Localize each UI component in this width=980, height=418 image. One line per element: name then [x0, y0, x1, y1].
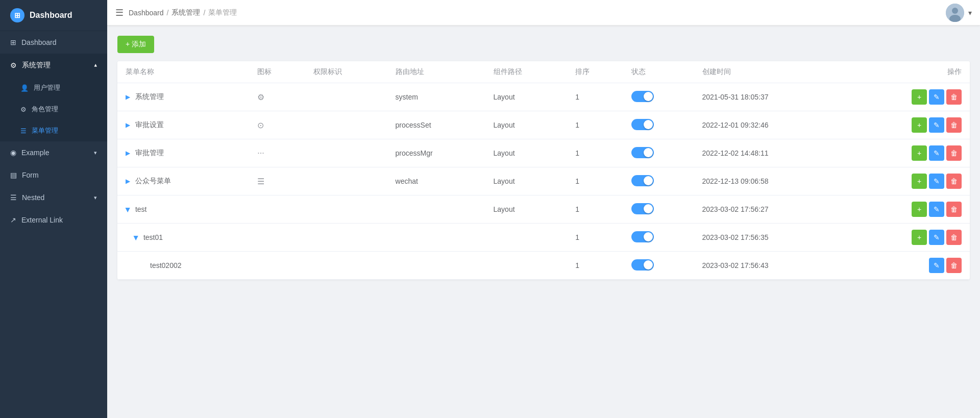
status-toggle[interactable]: [631, 175, 654, 186]
row-name: 审批设置: [135, 120, 164, 129]
breadcrumb-dashboard[interactable]: Dashboard: [129, 9, 164, 17]
edit-button[interactable]: ✎: [929, 145, 944, 161]
row-name-cell: ▶ 审批管理: [117, 139, 249, 167]
row-icon-cell: [249, 252, 305, 280]
sidebar-item-form[interactable]: ▤ Form: [0, 164, 107, 186]
row-name: 系统管理: [135, 92, 164, 101]
sidebar-item-external-link[interactable]: ↗ External Link: [0, 209, 107, 231]
row-icon: ···: [257, 149, 264, 157]
status-toggle[interactable]: [631, 259, 654, 271]
delete-button[interactable]: 🗑: [946, 258, 962, 273]
row-icon-cell: [249, 195, 305, 224]
row-sort-cell: 1: [567, 83, 623, 111]
sidebar-item-label: Example: [21, 149, 49, 157]
row-icon-cell: ☰: [249, 167, 305, 195]
row-status-cell: [623, 83, 694, 111]
breadcrumb-sep-2: /: [203, 9, 205, 17]
sidebar-item-nested[interactable]: ☰ Nested ▾: [0, 186, 107, 209]
delete-button[interactable]: 🗑: [946, 174, 962, 189]
dashboard-icon: ⊞: [10, 38, 16, 46]
edit-button[interactable]: ✎: [929, 230, 944, 245]
sidebar-item-role-mgmt[interactable]: ⚙ 角色管理: [0, 99, 107, 120]
edit-button[interactable]: ✎: [929, 202, 944, 217]
delete-button[interactable]: 🗑: [946, 230, 962, 245]
table-container: 菜单名称 图标 权限标识 路由地址 组件路径 排序 状态 创建时间 操作: [117, 61, 970, 280]
sidebar-logo[interactable]: ⊞ Dashboard: [0, 0, 107, 31]
expand-button[interactable]: ▶: [125, 208, 132, 212]
expand-button[interactable]: ▶: [133, 236, 140, 240]
menu-icon: ☰: [20, 127, 27, 135]
table-row: ▶ 公众号菜单 ☰ wechat Layout 1 2022: [117, 167, 970, 195]
row-actions-cell: + ✎ 🗑: [845, 224, 970, 252]
chevron-up-icon: ▾: [94, 62, 97, 69]
row-actions-cell: + ✎ 🗑: [845, 139, 970, 167]
form-icon: ▤: [10, 171, 17, 179]
row-icon-cell: ⚙: [249, 83, 305, 111]
expand-button[interactable]: ▶: [126, 150, 130, 157]
main-area: ☰ Dashboard / 系统管理 / 菜单管理 ▾ + 添加: [107, 0, 980, 418]
delete-button[interactable]: 🗑: [946, 89, 962, 105]
user-dropdown-arrow[interactable]: ▾: [968, 9, 972, 17]
avatar[interactable]: [946, 4, 964, 22]
add-child-button[interactable]: +: [912, 145, 927, 161]
row-status-cell: [623, 111, 694, 139]
row-name-cell: ▶ test01: [117, 224, 249, 252]
edit-button[interactable]: ✎: [929, 117, 944, 133]
expand-button[interactable]: ▶: [126, 121, 130, 129]
delete-button[interactable]: 🗑: [946, 117, 962, 133]
row-actions-cell: + ✎ 🗑: [845, 167, 970, 195]
row-actions-cell: + ✎ 🗑: [845, 111, 970, 139]
table-row: test02002 1 2023-03-02 17:56:43: [117, 252, 970, 280]
role-icon: ⚙: [20, 106, 27, 113]
breadcrumb-current: 菜单管理: [208, 8, 237, 17]
row-status-cell: [623, 224, 694, 252]
status-toggle[interactable]: [631, 203, 654, 214]
sidebar-item-system-mgmt[interactable]: ⚙ 系统管理 ▾: [0, 54, 107, 77]
expand-button[interactable]: ▶: [126, 93, 130, 101]
add-child-button[interactable]: +: [912, 174, 927, 189]
status-toggle[interactable]: [631, 231, 654, 242]
hamburger-icon[interactable]: ☰: [115, 7, 124, 18]
row-name-cell: ▶ 系统管理: [117, 83, 249, 111]
sidebar-item-label: 系统管理: [22, 61, 51, 70]
col-header-component: 组件路径: [485, 61, 568, 83]
row-icon: ☰: [257, 177, 264, 186]
add-child-button[interactable]: +: [912, 230, 927, 245]
row-route-cell: processMgr: [387, 139, 485, 167]
sidebar-item-user-mgmt[interactable]: 👤 用户管理: [0, 77, 107, 99]
breadcrumb-system[interactable]: 系统管理: [172, 8, 200, 17]
example-icon: ◉: [10, 149, 16, 157]
row-sort-cell: 1: [567, 139, 623, 167]
status-toggle[interactable]: [631, 147, 654, 158]
sidebar-item-label: 角色管理: [32, 105, 58, 114]
delete-button[interactable]: 🗑: [946, 145, 962, 161]
sidebar-item-label: Dashboard: [21, 38, 57, 46]
logo-icon: ⊞: [10, 8, 24, 22]
add-child-button[interactable]: +: [912, 117, 927, 133]
status-toggle[interactable]: [631, 91, 654, 102]
add-child-button[interactable]: +: [912, 89, 927, 105]
edit-button[interactable]: ✎: [929, 89, 944, 105]
delete-button[interactable]: 🗑: [946, 202, 962, 217]
table-row: ▶ test01 1 2023-03-02 17:56:35: [117, 224, 970, 252]
add-button[interactable]: + 添加: [117, 36, 154, 53]
add-child-button[interactable]: +: [912, 202, 927, 217]
expand-button[interactable]: ▶: [126, 178, 130, 185]
sidebar-item-label: 用户管理: [34, 83, 60, 92]
row-permission-cell: [305, 83, 387, 111]
table-row: ▶ 审批管理 ··· processMgr Layout 1: [117, 139, 970, 167]
row-sort-cell: 1: [567, 111, 623, 139]
row-name: test01: [143, 233, 163, 241]
gear-icon: ⚙: [10, 61, 17, 69]
edit-button[interactable]: ✎: [929, 258, 944, 273]
sidebar-item-example[interactable]: ◉ Example ▾: [0, 141, 107, 164]
row-created-cell: 2023-03-02 17:56:35: [694, 224, 845, 252]
sidebar-item-menu-mgmt[interactable]: ☰ 菜单管理: [0, 120, 107, 141]
sidebar-item-dashboard[interactable]: ⊞ Dashboard: [0, 31, 107, 54]
status-toggle[interactable]: [631, 119, 654, 130]
col-header-icon: 图标: [249, 61, 305, 83]
sidebar-item-label: External Link: [21, 216, 63, 224]
row-name: test02002: [150, 261, 182, 269]
edit-button[interactable]: ✎: [929, 174, 944, 189]
col-header-name: 菜单名称: [117, 61, 249, 83]
